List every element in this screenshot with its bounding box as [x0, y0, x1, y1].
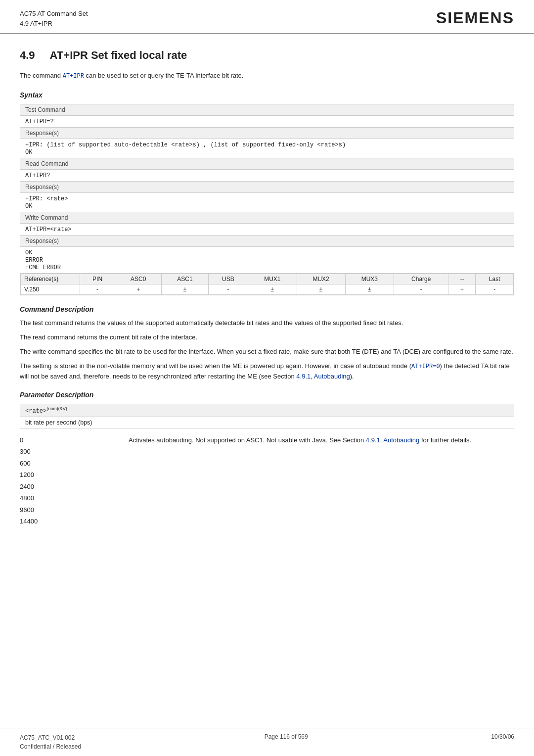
- param-value-300: 300: [20, 447, 514, 457]
- ref-col-mux1: MUX1: [248, 274, 297, 284]
- param-value-600: 600: [20, 459, 514, 469]
- syntax-heading: Syntax: [20, 91, 514, 99]
- ref-col-usb: USB: [208, 274, 248, 284]
- section-title: AT+IPR Set fixed local rate: [50, 49, 187, 62]
- test-response-header-row: Response(s): [20, 128, 514, 139]
- read-command-header-row: Read Command: [20, 158, 514, 170]
- page-header: AC75 AT Command Set 4.9 AT+IPR SIEMENS: [0, 0, 534, 34]
- write-response-label: Response(s): [20, 236, 514, 247]
- test-command-label: Test Command: [20, 104, 514, 116]
- param-value-9600: 9600: [20, 505, 514, 515]
- param-desc-cell: bit rate per second (bps): [20, 417, 514, 428]
- syntax-table: Test Command AT+IPR=? Response(s) +IPR: …: [20, 104, 514, 295]
- test-command-code-row: AT+IPR=?: [20, 116, 514, 128]
- ref-last-val: -: [476, 284, 514, 295]
- param-val-num-14400: 14400: [20, 517, 129, 526]
- param-desc-row: bit rate per second (bps): [20, 417, 514, 428]
- footer-doc-id: AC75_ATC_V01.002: [20, 733, 81, 742]
- reference-row: Reference(s) PIN ASC0 ASC1 USB MUX1 MUX2…: [20, 274, 514, 295]
- param-superscript: (num)(&V): [46, 406, 67, 411]
- ref-col-asc1: ASC1: [162, 274, 208, 284]
- ref-pin-val: -: [80, 284, 115, 295]
- param-name: <rate>: [25, 408, 46, 415]
- header-section-ref: 4.9 AT+IPR: [20, 19, 88, 29]
- section-number: 4.9: [20, 49, 35, 62]
- reference-cell: Reference(s) PIN ASC0 ASC1 USB MUX1 MUX2…: [20, 274, 514, 295]
- ref-asc0-val: +: [115, 284, 162, 295]
- cmd-desc-para1: The test command returns the values of t…: [20, 318, 514, 329]
- param-val-desc-1200: [129, 470, 514, 480]
- ref-col-arrow: →: [448, 274, 476, 284]
- param-value-2400: 2400: [20, 482, 514, 492]
- footer-page-num: Page 116 of 569: [265, 733, 308, 751]
- param-desc-heading: Parameter Description: [20, 391, 514, 399]
- param-header-row: <rate>(num)(&V): [20, 404, 514, 417]
- intro-text-after: can be used to set or query the TE-TA in…: [84, 72, 244, 79]
- cmd-desc-heading: Command Description: [20, 305, 514, 313]
- param-val-num-4800: 4800: [20, 493, 129, 503]
- param-val-num-600: 600: [20, 459, 129, 469]
- ref-col-last: Last: [476, 274, 514, 284]
- param-val-num-2400: 2400: [20, 482, 129, 492]
- ref-mux2-val: ±: [297, 284, 345, 295]
- read-command-code: AT+IPR?: [20, 170, 514, 182]
- ref-usb-val: -: [208, 284, 248, 295]
- cmd-desc-para4: The setting is stored in the non-volatil…: [20, 361, 514, 382]
- intro-text-before: The command: [20, 72, 63, 79]
- test-response-label: Response(s): [20, 128, 514, 139]
- param-values-list: 0 Activates autobauding. Not supported o…: [20, 435, 514, 526]
- section-heading: 4.9 AT+IPR Set fixed local rate: [20, 49, 514, 62]
- command-description-section: Command Description The test command ret…: [20, 305, 514, 381]
- read-response-header-row: Response(s): [20, 182, 514, 193]
- intro-command: AT+IPR: [63, 73, 84, 80]
- param-val-desc-4800: [129, 493, 514, 503]
- ref-asc1-val: ±: [162, 284, 208, 295]
- ref-col-asc0: ASC0: [115, 274, 162, 284]
- footer-status: Confidential / Released: [20, 742, 81, 751]
- autobaud-link[interactable]: 4.9.1, Autobauding: [296, 373, 350, 380]
- ref-col-mux3: MUX3: [345, 274, 394, 284]
- main-content: 4.9 AT+IPR Set fixed local rate The comm…: [0, 34, 534, 543]
- param-val-num-9600: 9600: [20, 505, 129, 515]
- parameter-description-section: Parameter Description <rate>(num)(&V) bi…: [20, 391, 514, 526]
- test-response-row: +IPR: (list of supported auto-detectable…: [20, 139, 514, 158]
- header-doc-info: AC75 AT Command Set 4.9 AT+IPR: [20, 9, 88, 28]
- autobaud-link-2[interactable]: 4.9.1, Autobauding: [366, 436, 419, 444]
- header-doc-title: AC75 AT Command Set: [20, 9, 88, 19]
- footer-left: AC75_ATC_V01.002 Confidential / Released: [20, 733, 81, 751]
- ref-inner-table: Reference(s) PIN ASC0 ASC1 USB MUX1 MUX2…: [20, 274, 514, 295]
- cmd-desc-para2: The read command returns the current bit…: [20, 332, 514, 343]
- test-command-header-row: Test Command: [20, 104, 514, 116]
- param-value-4800: 4800: [20, 493, 514, 503]
- read-response-content: +IPR: <rate> OK: [20, 193, 514, 212]
- param-val-desc-9600: [129, 505, 514, 515]
- read-command-code-row: AT+IPR?: [20, 170, 514, 182]
- ref-col-mux2: MUX2: [297, 274, 345, 284]
- ref-mux3-val: ±: [345, 284, 394, 295]
- write-response-content: OK ERROR +CME ERROR: [20, 247, 514, 274]
- write-command-header-row: Write Command: [20, 212, 514, 224]
- ref-data-row: V.250 - + ± - ± ± ± - + -: [21, 284, 514, 295]
- write-response-row: OK ERROR +CME ERROR: [20, 247, 514, 274]
- cmd-desc-para3: The write command specifies the bit rate…: [20, 347, 514, 357]
- param-name-cell: <rate>(num)(&V): [20, 404, 514, 417]
- read-response-label: Response(s): [20, 182, 514, 193]
- param-val-desc-600: [129, 459, 514, 469]
- write-command-code-row: AT+IPR=<rate>: [20, 224, 514, 236]
- write-response-header-row: Response(s): [20, 236, 514, 247]
- ref-col-label: Reference(s): [21, 274, 80, 284]
- test-response-content: +IPR: (list of supported auto-detectable…: [20, 139, 514, 158]
- param-val-desc-300: [129, 447, 514, 457]
- param-val-num-300: 300: [20, 447, 129, 457]
- param-val-num-1200: 1200: [20, 470, 129, 480]
- ref-col-charge: Charge: [394, 274, 448, 284]
- write-command-label: Write Command: [20, 212, 514, 224]
- footer-date: 10/30/06: [491, 733, 514, 751]
- param-val-num-0: 0: [20, 435, 129, 445]
- param-value-1200: 1200: [20, 470, 514, 480]
- write-command-code: AT+IPR=<rate>: [20, 224, 514, 236]
- header-brand: SIEMENS: [436, 9, 514, 27]
- param-value-0: 0 Activates autobauding. Not supported o…: [20, 435, 514, 445]
- test-command-code: AT+IPR=?: [20, 116, 514, 128]
- intro-paragraph: The command AT+IPR can be used to set or…: [20, 71, 514, 81]
